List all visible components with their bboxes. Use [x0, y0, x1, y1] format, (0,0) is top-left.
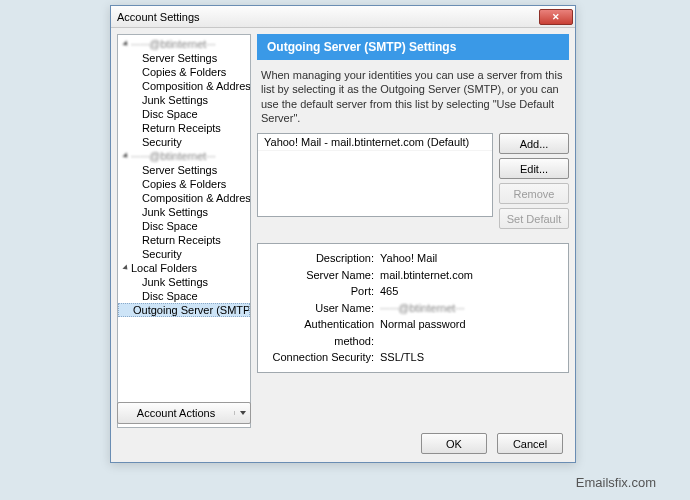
tree-item-return-receipts[interactable]: Return Receipts [118, 233, 250, 247]
tree-item-outgoing-smtp[interactable]: Outgoing Server (SMTP) [118, 303, 250, 317]
tree-item-copies-folders[interactable]: Copies & Folders [118, 65, 250, 79]
close-button[interactable]: ✕ [539, 9, 573, 25]
smtp-server-area: Yahoo! Mail - mail.btinternet.com (Defau… [257, 133, 569, 233]
chevron-down-icon [122, 152, 129, 159]
tree-item-junk[interactable]: Junk Settings [118, 275, 250, 289]
edit-button[interactable]: Edit... [499, 158, 569, 179]
tree-item-disc-space[interactable]: Disc Space [118, 107, 250, 121]
dropdown-toggle[interactable] [234, 411, 250, 415]
main-description: When managing your identities you can us… [257, 60, 569, 133]
local-folders-node[interactable]: Local Folders [118, 261, 250, 275]
tree-item-disc-space[interactable]: Disc Space [118, 289, 250, 303]
chevron-down-icon [122, 264, 129, 271]
account-name: ······@btinternet··· [131, 38, 216, 50]
detail-label-server-name: Server Name: [264, 267, 380, 284]
cancel-button-label: Cancel [513, 438, 547, 450]
dialog-body: ······@btinternet··· Server Settings Cop… [111, 28, 575, 428]
account-node[interactable]: ······@btinternet··· [118, 149, 250, 163]
set-default-button[interactable]: Set Default [499, 208, 569, 229]
tree-item-copies-folders[interactable]: Copies & Folders [118, 177, 250, 191]
smtp-server-list[interactable]: Yahoo! Mail - mail.btinternet.com (Defau… [257, 133, 493, 217]
detail-value-conn: SSL/TLS [380, 349, 562, 366]
detail-value-description: Yahoo! Mail [380, 250, 562, 267]
tree-item-server-settings[interactable]: Server Settings [118, 51, 250, 65]
smtp-server-list-item[interactable]: Yahoo! Mail - mail.btinternet.com (Defau… [258, 134, 492, 151]
detail-label-auth: Authentication method: [264, 316, 380, 349]
account-tree: ······@btinternet··· Server Settings Cop… [117, 34, 251, 428]
tree-item-composition[interactable]: Composition & Addressing [118, 79, 250, 93]
set-default-button-label: Set Default [507, 213, 561, 225]
close-icon: ✕ [552, 12, 560, 22]
watermark: Emailsfix.com [576, 475, 656, 490]
tree-item-disc-space[interactable]: Disc Space [118, 219, 250, 233]
window-title: Account Settings [117, 11, 200, 23]
detail-value-user-name: ······@btinternet··· [380, 300, 562, 317]
detail-value-port: 465 [380, 283, 562, 300]
account-settings-dialog: Account Settings ✕ ······@btinternet··· … [110, 5, 576, 463]
detail-label-description: Description: [264, 250, 380, 267]
chevron-down-icon [240, 411, 246, 415]
detail-label-conn: Connection Security: [264, 349, 380, 366]
remove-button-label: Remove [514, 188, 555, 200]
account-actions: Account Actions [117, 402, 251, 424]
edit-button-label: Edit... [520, 163, 548, 175]
tree-item-server-settings[interactable]: Server Settings [118, 163, 250, 177]
main-pane: Outgoing Server (SMTP) Settings When man… [257, 34, 569, 428]
add-button[interactable]: Add... [499, 133, 569, 154]
tree-item-return-receipts[interactable]: Return Receipts [118, 121, 250, 135]
detail-label-port: Port: [264, 283, 380, 300]
titlebar: Account Settings ✕ [111, 6, 575, 28]
ok-button-label: OK [446, 438, 462, 450]
remove-button[interactable]: Remove [499, 183, 569, 204]
tree-item-junk[interactable]: Junk Settings [118, 205, 250, 219]
ok-button[interactable]: OK [421, 433, 487, 454]
tree-item-security[interactable]: Security [118, 247, 250, 261]
account-name: ······@btinternet··· [131, 150, 216, 162]
local-folders-label: Local Folders [131, 262, 197, 274]
tree-item-security[interactable]: Security [118, 135, 250, 149]
add-button-label: Add... [520, 138, 549, 150]
smtp-button-column: Add... Edit... Remove Set Default [499, 133, 569, 233]
chevron-down-icon [122, 40, 129, 47]
detail-value-server-name: mail.btinternet.com [380, 267, 562, 284]
dialog-footer: OK Cancel [421, 433, 563, 454]
detail-value-auth: Normal password [380, 316, 562, 349]
smtp-details-pane: Description:Yahoo! Mail Server Name:mail… [257, 243, 569, 373]
detail-label-user-name: User Name: [264, 300, 380, 317]
account-actions-label: Account Actions [118, 407, 234, 419]
account-actions-button[interactable]: Account Actions [117, 402, 251, 424]
tree-item-junk[interactable]: Junk Settings [118, 93, 250, 107]
account-node[interactable]: ······@btinternet··· [118, 37, 250, 51]
main-header: Outgoing Server (SMTP) Settings [257, 34, 569, 60]
tree-item-composition[interactable]: Composition & Addressing [118, 191, 250, 205]
cancel-button[interactable]: Cancel [497, 433, 563, 454]
